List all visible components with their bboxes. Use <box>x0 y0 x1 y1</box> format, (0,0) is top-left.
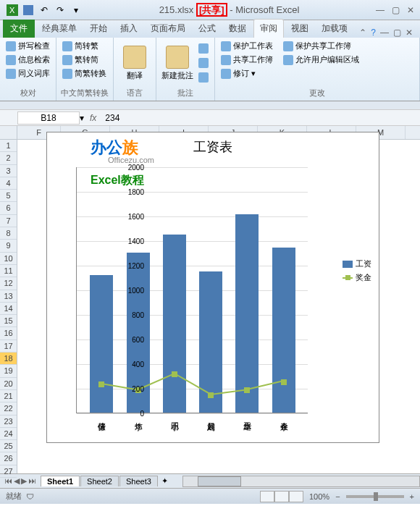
sheet-tab[interactable]: Sheet3 <box>119 476 158 486</box>
spellcheck-button[interactable]: 拼写检查 <box>4 40 51 52</box>
y-tick: 1400 <box>128 237 144 245</box>
ribbon-tab[interactable]: 插入 <box>114 20 143 38</box>
research-button[interactable]: 信息检索 <box>4 54 51 66</box>
sc-button[interactable]: 简转繁 <box>61 40 108 52</box>
row-header[interactable]: 17 <box>0 340 17 353</box>
dropdown-icon[interactable]: ▾ <box>80 113 84 123</box>
protect-book-button[interactable]: 保护共享工作簿 <box>282 40 353 52</box>
fx-icon[interactable]: fx <box>90 113 96 123</box>
row-header[interactable]: 21 <box>0 390 17 402</box>
row-header[interactable]: 1 <box>0 140 17 152</box>
horizontal-scrollbar[interactable] <box>182 476 420 487</box>
sheet-nav-first-icon[interactable]: ⏮ <box>4 476 12 486</box>
doc-close-icon[interactable]: ✕ <box>406 28 413 38</box>
y-tick: 1200 <box>128 262 144 270</box>
zoom-out-icon[interactable]: − <box>335 492 340 501</box>
zoom-slider[interactable] <box>346 495 404 498</box>
row-header[interactable]: 13 <box>0 290 17 303</box>
ribbon-tab[interactable]: 开始 <box>84 20 113 38</box>
sheet-nav-last-icon[interactable]: ⏭ <box>28 476 36 486</box>
y-tick: 1600 <box>128 213 144 221</box>
row-header[interactable]: 12 <box>0 277 17 290</box>
tc-button[interactable]: 繁转简 <box>61 54 108 66</box>
row-header[interactable]: 10 <box>0 253 17 265</box>
row-header[interactable]: 24 <box>0 428 17 440</box>
ribbon-tab[interactable]: 数据 <box>223 20 252 38</box>
track-changes-button[interactable]: 修订 ▾ <box>219 67 361 80</box>
thesaurus-button[interactable]: 同义词库 <box>4 67 51 80</box>
translate-button[interactable]: 翻译 <box>118 40 151 86</box>
ribbon-tab[interactable]: 审阅 <box>253 19 284 38</box>
zoom-level[interactable]: 100% <box>309 492 329 501</box>
conv-button[interactable]: 简繁转换 <box>61 67 108 80</box>
save-icon[interactable] <box>22 4 35 17</box>
row-header[interactable]: 4 <box>0 177 17 190</box>
help-collapse-icon[interactable]: ⌃ <box>359 28 366 38</box>
view-break-icon[interactable] <box>289 491 303 502</box>
comment-next-icon[interactable] <box>197 57 210 69</box>
formula-bar[interactable]: 234 <box>102 112 420 124</box>
bar <box>199 271 222 413</box>
view-layout-icon[interactable] <box>274 491 289 502</box>
row-header[interactable]: 20 <box>0 378 17 390</box>
chart-object[interactable]: 办公族 Officezu.com 工资表 Excel教程 工资 奖金 02004… <box>46 132 379 443</box>
redo-icon[interactable]: ↷ <box>54 4 67 17</box>
comment-prev-icon[interactable] <box>197 43 210 54</box>
qat-dropdown-icon[interactable]: ▾ <box>70 4 83 17</box>
sheet-tab[interactable]: Sheet1 <box>41 476 80 486</box>
row-header[interactable]: 25 <box>0 440 17 452</box>
bar <box>272 248 295 413</box>
view-normal-icon[interactable] <box>260 491 274 502</box>
row-header[interactable]: 11 <box>0 265 17 277</box>
name-box[interactable]: B18 <box>17 111 80 125</box>
row-header[interactable]: 8 <box>0 227 17 240</box>
y-tick: 600 <box>132 336 144 344</box>
comment-show-icon[interactable] <box>197 72 210 83</box>
y-tick: 200 <box>132 385 144 393</box>
sheet-tab[interactable]: Sheet2 <box>80 476 119 486</box>
close-icon[interactable]: ✕ <box>407 5 414 15</box>
row-header[interactable]: 22 <box>0 402 17 415</box>
zoom-in-icon[interactable]: + <box>410 492 414 501</box>
row-header[interactable]: 3 <box>0 165 17 177</box>
row-header[interactable]: 6 <box>0 202 17 214</box>
help-icon[interactable]: ? <box>371 28 376 38</box>
ribbon-tab[interactable]: 加载项 <box>316 20 353 38</box>
row-header[interactable]: 26 <box>0 452 17 465</box>
line-point <box>244 387 250 393</box>
row-header[interactable]: 23 <box>0 416 17 428</box>
legend: 工资 奖金 <box>343 256 371 286</box>
new-sheet-icon[interactable]: ✦ <box>161 476 168 486</box>
row-header[interactable]: 15 <box>0 315 17 327</box>
undo-icon[interactable]: ↶ <box>38 4 51 17</box>
row-header[interactable]: 18 <box>0 353 17 365</box>
row-header[interactable]: 7 <box>0 215 17 227</box>
group-proofing: 校对 <box>4 86 51 98</box>
maximize-icon[interactable]: ▢ <box>392 5 400 15</box>
sheet-nav-prev-icon[interactable]: ◀ <box>14 476 20 486</box>
file-tab[interactable]: 文件 <box>3 20 35 38</box>
y-tick: 0 <box>140 410 144 418</box>
excel-icon[interactable]: X <box>6 4 19 17</box>
row-header[interactable]: 16 <box>0 327 17 340</box>
ribbon-tab[interactable]: 经典菜单 <box>36 20 83 38</box>
minimize-icon[interactable]: — <box>376 5 385 15</box>
protect-sheet-button[interactable]: 保护工作表 <box>219 40 274 52</box>
ribbon-tab[interactable]: 公式 <box>193 20 222 38</box>
new-comment-button[interactable]: 新建批注 <box>161 40 194 86</box>
sheet-nav-next-icon[interactable]: ▶ <box>21 476 27 486</box>
ribbon-tab[interactable]: 视图 <box>285 20 314 38</box>
allow-edit-button[interactable]: 允许用户编辑区域 <box>282 54 361 66</box>
bar <box>163 235 186 413</box>
ribbon-tab[interactable]: 页面布局 <box>145 20 191 38</box>
line-point <box>172 371 177 377</box>
row-header[interactable]: 14 <box>0 303 17 315</box>
share-book-button[interactable]: 共享工作簿 <box>219 54 274 66</box>
doc-min-icon[interactable]: — <box>380 28 389 38</box>
row-header[interactable]: 9 <box>0 240 17 252</box>
row-header[interactable]: 2 <box>0 152 17 164</box>
row-header[interactable]: 5 <box>0 190 17 202</box>
row-header[interactable]: 19 <box>0 365 17 377</box>
doc-max-icon[interactable]: ▢ <box>393 28 401 38</box>
y-tick: 1000 <box>128 287 144 295</box>
